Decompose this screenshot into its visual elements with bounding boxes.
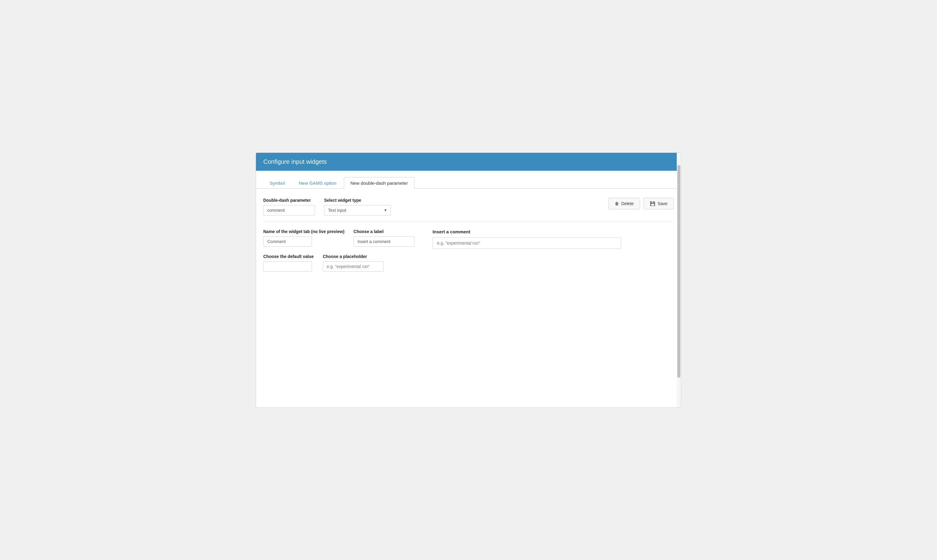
tab-name-input[interactable] <box>263 236 312 247</box>
preview-title: Insert a comment <box>433 229 674 234</box>
choose-label-label: Choose a label <box>354 229 415 234</box>
window-title: Configure input widgets <box>263 158 327 165</box>
save-icon: 💾 <box>650 201 655 206</box>
divider <box>263 222 674 222</box>
default-value-input[interactable] <box>263 261 312 272</box>
preview-input[interactable] <box>433 237 621 249</box>
double-dash-param-label: Double-dash parameter <box>263 198 315 203</box>
trash-icon: 🗑 <box>615 201 619 206</box>
double-dash-param-group: Double-dash parameter <box>263 198 315 215</box>
save-button[interactable]: 💾 Save <box>644 198 674 209</box>
title-bar: Configure input widgets <box>256 153 681 171</box>
content-area: Symbol New GAMS option New double-dash p… <box>256 171 681 408</box>
top-actions: 🗑 Delete 💾 Save <box>608 198 674 209</box>
tab-name-label: Name of the widget tab (no live preview) <box>263 229 344 234</box>
form-row-bottom: Choose the default value Choose a placeh… <box>263 254 415 272</box>
configure-input-widgets-window: Configure input widgets Symbol New GAMS … <box>256 152 681 408</box>
tab-new-double-dash[interactable]: New double-dash parameter <box>344 177 414 189</box>
choose-placeholder-group: Choose a placeholder <box>323 254 384 272</box>
bottom-form-area: Name of the widget tab (no live preview)… <box>263 229 674 272</box>
tabs-row: Symbol New GAMS option New double-dash p… <box>256 171 681 189</box>
delete-button[interactable]: 🗑 Delete <box>608 198 640 209</box>
main-content: Double-dash parameter Select widget type… <box>256 189 681 408</box>
form-row-top: Name of the widget tab (no live preview)… <box>263 229 415 247</box>
default-value-group: Choose the default value <box>263 254 314 272</box>
widget-type-group: Select widget type Text input Checkbox D… <box>324 198 391 215</box>
scrollbar-track[interactable] <box>677 153 681 408</box>
tab-symbol[interactable]: Symbol <box>263 177 291 189</box>
choose-placeholder-label: Choose a placeholder <box>323 254 384 259</box>
widget-type-label: Select widget type <box>324 198 391 203</box>
right-preview-column: Insert a comment <box>433 229 674 272</box>
scrollbar-thumb[interactable] <box>677 165 680 378</box>
widget-type-select-wrapper: Text input Checkbox Dropdown Number inpu… <box>324 205 391 215</box>
choose-label-input[interactable] <box>354 236 415 247</box>
widget-type-select[interactable]: Text input Checkbox Dropdown Number inpu… <box>324 205 391 215</box>
left-form-column: Name of the widget tab (no live preview)… <box>263 229 415 272</box>
tab-name-group: Name of the widget tab (no live preview) <box>263 229 344 247</box>
default-value-label: Choose the default value <box>263 254 314 259</box>
choose-label-group: Choose a label <box>354 229 415 247</box>
top-form-row: Double-dash parameter Select widget type… <box>263 198 674 215</box>
double-dash-param-input[interactable] <box>263 205 315 215</box>
tab-new-gams-option[interactable]: New GAMS option <box>293 177 343 189</box>
choose-placeholder-input[interactable] <box>323 261 384 272</box>
